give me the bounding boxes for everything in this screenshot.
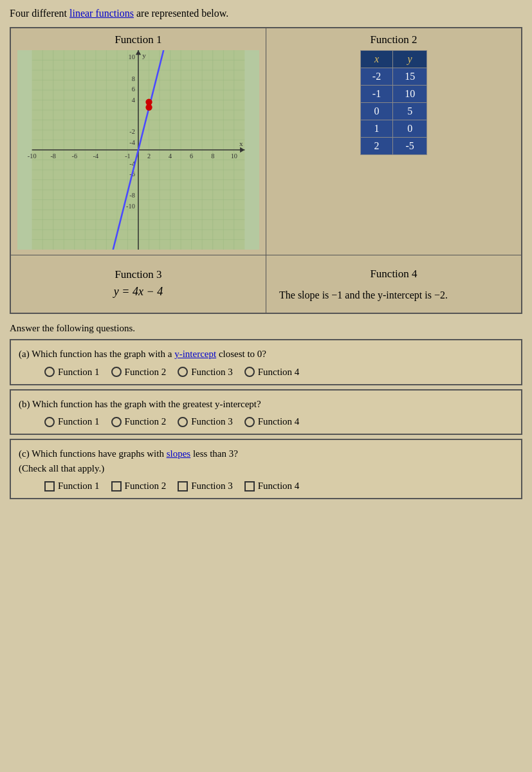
func2-cell: 0 xyxy=(393,120,427,138)
checkbox-c3[interactable] xyxy=(178,481,188,492)
svg-text:6: 6 xyxy=(132,86,135,93)
radio-circle-b2[interactable] xyxy=(111,417,122,427)
qa-option1[interactable]: Function 1 xyxy=(44,367,100,378)
function4-title: Function 4 xyxy=(279,265,508,282)
svg-text:6: 6 xyxy=(190,153,193,160)
qa-label3: Function 3 xyxy=(191,367,233,378)
slopes-link-c[interactable]: slopes xyxy=(167,448,191,459)
function4-description: The slope is −1 and the y-intercept is −… xyxy=(279,287,508,304)
y-intercept-link-a[interactable]: y-intercept xyxy=(174,349,216,359)
function4-cell: Function 4 The slope is −1 and the y-int… xyxy=(266,255,522,313)
func2-cell: -5 xyxy=(393,138,427,155)
checkbox-c2[interactable] xyxy=(111,481,122,492)
svg-text:-10: -10 xyxy=(28,153,37,160)
functions-table: Function 1 xyxy=(10,27,522,314)
function3-title: Function 3 xyxy=(17,268,259,281)
svg-text:-4: -4 xyxy=(129,139,135,146)
function2-title: Function 2 xyxy=(273,33,515,46)
func2-cell: 15 xyxy=(393,68,427,86)
svg-text:8: 8 xyxy=(132,75,135,82)
qb-option1[interactable]: Function 1 xyxy=(44,416,100,427)
question-b-text: (b) Which function has the graph with th… xyxy=(19,397,513,412)
svg-text:4: 4 xyxy=(132,96,135,104)
question-a-block: (a) Which function has the graph with a … xyxy=(10,339,522,385)
radio-circle-b4[interactable] xyxy=(244,417,255,427)
svg-text:10: 10 xyxy=(129,54,135,61)
qa-option2[interactable]: Function 2 xyxy=(111,367,167,378)
svg-text:y: y xyxy=(142,52,146,60)
qb-label2: Function 2 xyxy=(125,416,167,427)
qb-label1: Function 1 xyxy=(58,416,100,427)
qc-label1: Function 1 xyxy=(58,481,100,492)
svg-text:-8: -8 xyxy=(129,192,135,199)
qb-label4: Function 4 xyxy=(258,416,300,427)
question-c-options: Function 1 Function 2 Function 3 Functio… xyxy=(19,481,513,492)
intro-text: Four different linear functions are repr… xyxy=(10,6,522,21)
svg-text:-4: -4 xyxy=(93,153,99,160)
question-b-block: (b) Which function has the graph with th… xyxy=(10,389,522,436)
svg-text:8: 8 xyxy=(211,153,214,160)
function3-cell: Function 3 y = 4x − 4 xyxy=(10,255,266,313)
qa-option4[interactable]: Function 4 xyxy=(244,367,300,378)
questions-section: Answer the following questions. (a) Whic… xyxy=(10,323,522,499)
qa-label4: Function 4 xyxy=(258,367,300,378)
func2-cell: -1 xyxy=(360,86,392,103)
function3-equation: y = 4x − 4 xyxy=(17,285,259,299)
radio-circle-a1[interactable] xyxy=(44,367,55,377)
svg-point-67 xyxy=(145,99,152,106)
radio-circle-b3[interactable] xyxy=(178,417,188,427)
qc-label2: Function 2 xyxy=(125,481,167,492)
function2-cell: Function 2 x y -215-11005102-5 xyxy=(266,28,522,255)
graph-svg: x y -10 -8 -6 -4 -1 2 4 6 xyxy=(17,50,259,250)
qc-option2[interactable]: Function 2 xyxy=(111,481,167,492)
func2-header-x: x xyxy=(360,51,392,68)
svg-text:-6: -6 xyxy=(71,153,77,160)
qa-label2: Function 2 xyxy=(125,367,167,378)
question-c-text: (c) Which functions have graphs with slo… xyxy=(19,446,513,475)
function1-title: Function 1 xyxy=(17,33,259,46)
radio-circle-a2[interactable] xyxy=(111,367,122,377)
question-a-text: (a) Which function has the graph with a … xyxy=(19,347,513,362)
qc-option1[interactable]: Function 1 xyxy=(44,481,100,492)
func2-cell: 0 xyxy=(360,103,392,120)
qa-label1: Function 1 xyxy=(58,367,100,378)
func2-cell: -2 xyxy=(360,68,392,86)
question-a-options: Function 1 Function 2 Function 3 Functio… xyxy=(19,367,513,378)
svg-text:-2: -2 xyxy=(129,129,135,136)
func2-cell: 1 xyxy=(360,120,392,138)
svg-text:10: 10 xyxy=(231,153,237,160)
qc-label4: Function 4 xyxy=(258,481,300,492)
radio-circle-b1[interactable] xyxy=(44,417,55,427)
checkbox-c1[interactable] xyxy=(44,481,55,492)
qc-option3[interactable]: Function 3 xyxy=(178,481,233,492)
radio-circle-a3[interactable] xyxy=(178,367,188,377)
func2-cell: 2 xyxy=(360,138,392,155)
radio-circle-a4[interactable] xyxy=(244,367,255,377)
question-c-block: (c) Which functions have graphs with slo… xyxy=(10,439,522,499)
svg-text:x: x xyxy=(239,140,243,147)
qc-label3: Function 3 xyxy=(191,481,233,492)
svg-text:-10: -10 xyxy=(126,203,135,210)
question-b-options: Function 1 Function 2 Function 3 Functio… xyxy=(19,416,513,427)
svg-text:2: 2 xyxy=(147,153,151,160)
func2-cell: 10 xyxy=(393,86,427,103)
function1-graph: x y -10 -8 -6 -4 -1 2 4 6 xyxy=(17,50,259,250)
func2-header-y: y xyxy=(393,51,427,68)
svg-text:4: 4 xyxy=(169,153,172,160)
function1-cell: Function 1 xyxy=(10,28,266,255)
svg-text:-8: -8 xyxy=(50,153,56,160)
qb-option4[interactable]: Function 4 xyxy=(244,416,300,427)
function2-table: x y -215-11005102-5 xyxy=(360,50,427,155)
checkbox-c4[interactable] xyxy=(244,481,255,492)
qa-option3[interactable]: Function 3 xyxy=(178,367,233,378)
svg-text:-1: -1 xyxy=(125,153,131,160)
answer-label: Answer the following questions. xyxy=(10,323,522,334)
qb-option3[interactable]: Function 3 xyxy=(178,416,233,427)
qb-option2[interactable]: Function 2 xyxy=(111,416,167,427)
func2-cell: 5 xyxy=(393,103,427,120)
qb-label3: Function 3 xyxy=(191,416,233,427)
linear-functions-link[interactable]: linear functions xyxy=(69,8,134,19)
qc-option4[interactable]: Function 4 xyxy=(244,481,300,492)
